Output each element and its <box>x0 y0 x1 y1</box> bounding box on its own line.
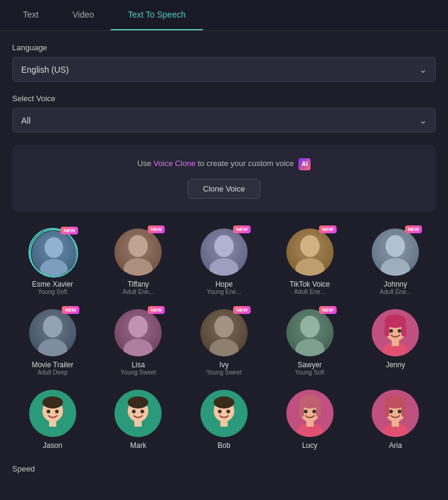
voice-item-bob[interactable]: Bob <box>183 385 265 453</box>
voice-clone-banner: Use Voice Clone to create your custom vo… <box>12 145 436 212</box>
avatar-wrap-tiffany: NEW <box>114 228 162 276</box>
new-badge: NEW <box>233 225 251 233</box>
svg-point-22 <box>43 316 62 338</box>
avatar-wrap-bob <box>200 389 248 438</box>
voice-desc-esme: Young Soft <box>38 288 68 295</box>
clone-voice-button[interactable]: Clone Voice <box>188 179 260 199</box>
avatar-wrap-jason <box>28 389 77 438</box>
voice-name-johnny: Johnny <box>384 280 407 288</box>
voice-item-sawyer[interactable]: NEWSawyerYoung Soft <box>269 305 351 379</box>
avatar-svg-sawyer <box>286 308 334 357</box>
svg-point-44 <box>389 329 393 333</box>
voice-filter-selected: All <box>21 116 31 125</box>
avatar-svg-jenny <box>371 308 420 357</box>
avatar-svg-lisa <box>114 308 162 357</box>
voice-name-ivy: Ivy <box>219 361 228 369</box>
voice-item-johnny[interactable]: NEWJohnnyAdult Ene... <box>355 224 436 299</box>
svg-point-78 <box>304 410 308 413</box>
svg-point-52 <box>47 410 50 413</box>
new-badge: NEW <box>61 227 78 235</box>
voice-item-jenny[interactable]: Jenny <box>355 305 436 379</box>
svg-point-67 <box>214 396 234 408</box>
speed-label: Speed <box>12 464 436 473</box>
voice-desc-tiktok: Adult Ene... <box>294 288 326 295</box>
voice-item-tiffany[interactable]: NEWTiffanyAdult Ene... <box>98 224 179 299</box>
svg-point-18 <box>386 235 405 257</box>
tab-tts[interactable]: Text To Speech <box>111 0 202 30</box>
voice-name-jason: Jason <box>43 441 62 450</box>
chevron-down-icon: ⌄ <box>419 64 427 75</box>
avatar-wrap-sawyer: NEW <box>286 308 334 357</box>
svg-point-53 <box>55 410 59 413</box>
voice-name-aria: Aria <box>389 441 402 450</box>
voice-desc-johnny: Adult Ene... <box>380 288 411 295</box>
svg-point-68 <box>218 410 222 413</box>
voice-desc-movie: Adult Deep <box>38 369 67 376</box>
svg-point-30 <box>214 316 234 338</box>
new-badge: NEW <box>405 225 423 233</box>
voice-name-lucy: Lucy <box>302 441 317 450</box>
avatar-svg-jason <box>28 389 77 438</box>
avatar-svg-aria <box>371 389 420 438</box>
language-selected: English (US) <box>21 65 69 75</box>
voice-clone-link[interactable]: Voice Clone <box>154 159 196 168</box>
tabs-bar: Text Video Text To Speech <box>0 0 448 31</box>
avatar-wrap-jenny <box>371 308 420 357</box>
voice-item-lisa[interactable]: NEWLisaYoung Sweet <box>98 305 179 379</box>
avatar-wrap-hope: NEW <box>200 228 248 276</box>
svg-point-61 <box>140 410 144 413</box>
svg-point-69 <box>226 410 230 413</box>
voice-item-jason[interactable]: Jason <box>12 385 93 453</box>
new-badge: NEW <box>62 306 79 314</box>
voice-item-tiktok[interactable]: NEWTikTok VoiceAdult Ene... <box>269 224 351 299</box>
voice-name-mark: Mark <box>130 441 147 450</box>
avatar-wrap-esme: NEW <box>28 228 77 276</box>
avatar-svg-esme <box>30 229 78 278</box>
language-dropdown[interactable]: English (US) ⌄ <box>12 57 436 82</box>
svg-rect-87 <box>401 405 406 417</box>
svg-point-59 <box>128 396 148 408</box>
new-badge: NEW <box>148 225 165 233</box>
voice-grid: NEWEsme XavierYoung SoftNEWTiffanyAdult … <box>12 224 436 453</box>
svg-point-51 <box>42 396 63 408</box>
voice-item-lucy[interactable]: Lucy <box>269 385 351 453</box>
tab-video[interactable]: Video <box>56 0 111 30</box>
voice-filter-dropdown[interactable]: All ⌄ <box>12 108 436 133</box>
avatar-wrap-ivy: NEW <box>200 308 248 357</box>
svg-point-79 <box>312 410 316 413</box>
svg-rect-42 <box>384 324 389 336</box>
new-badge: NEW <box>319 225 337 233</box>
voice-desc-hope: Young Ene... <box>207 288 242 295</box>
voice-name-esme: Esme Xavier <box>32 280 73 288</box>
language-label: Language <box>12 43 436 52</box>
voice-item-ivy[interactable]: NEWIvyYoung Sweet <box>183 305 265 379</box>
avatar-wrap-tiktok: NEW <box>286 228 334 276</box>
voice-item-esme[interactable]: NEWEsme XavierYoung Soft <box>12 224 93 299</box>
voice-name-jenny: Jenny <box>386 361 405 369</box>
main-content: Language English (US) ⌄ Select Voice All… <box>0 31 448 496</box>
avatar-wrap-movie: NEW <box>28 308 77 357</box>
voice-item-mark[interactable]: Mark <box>98 385 179 453</box>
avatar-svg-tiffany <box>114 228 162 276</box>
voice-name-tiktok: TikTok Voice <box>289 280 330 288</box>
svg-rect-43 <box>401 324 406 336</box>
tab-text[interactable]: Text <box>6 0 56 30</box>
voice-item-aria[interactable]: Aria <box>355 385 436 453</box>
avatar-svg-movie <box>28 308 77 357</box>
select-voice-label: Select Voice <box>12 94 436 103</box>
voice-item-movie[interactable]: NEWMovie TrailerAdult Deep <box>12 305 93 379</box>
new-badge: NEW <box>319 306 337 314</box>
avatar-wrap-lucy <box>286 389 334 438</box>
voice-name-tiffany: Tiffany <box>128 280 149 288</box>
voice-item-hope[interactable]: NEWHopeYoung Ene... <box>183 224 265 299</box>
svg-rect-86 <box>384 405 389 417</box>
avatar-wrap-mark <box>114 389 162 438</box>
svg-point-45 <box>398 329 401 333</box>
svg-rect-76 <box>299 405 304 417</box>
svg-point-34 <box>300 316 320 338</box>
avatar-wrap-johnny: NEW <box>371 228 420 276</box>
voice-name-bob: Bob <box>217 441 230 450</box>
chevron-down-icon: ⌄ <box>419 115 427 126</box>
avatar-svg-ivy <box>200 308 248 357</box>
voice-name-movie: Movie Trailer <box>31 361 73 369</box>
